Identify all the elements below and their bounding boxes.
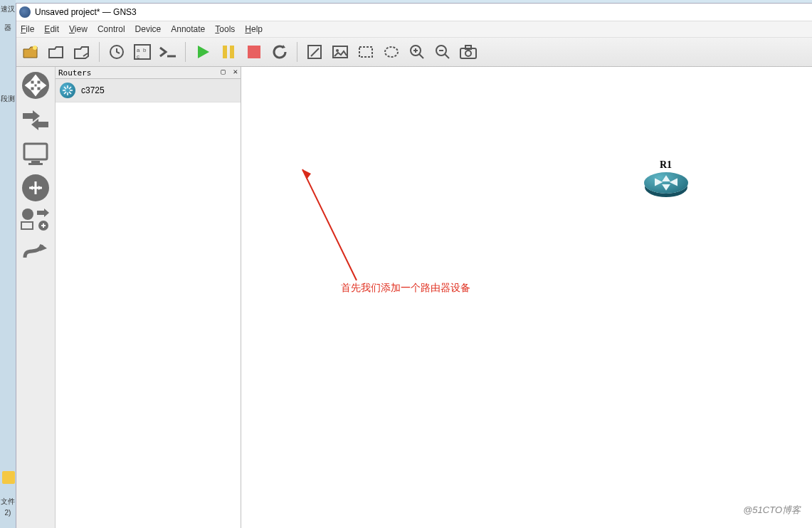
svg-rect-25 — [21, 222, 33, 229]
svg-text:b: b — [143, 47, 147, 53]
desktop-left-strip: 速汉 器 段测 文件 2) — [0, 0, 16, 528]
left-text: 器 — [0, 23, 16, 33]
device-item-label: c3725 — [81, 85, 105, 95]
svg-line-27 — [302, 169, 357, 280]
rect-button[interactable] — [356, 42, 376, 62]
svg-rect-8 — [248, 46, 260, 58]
image-button[interactable] — [330, 42, 350, 62]
svg-rect-22 — [28, 163, 43, 165]
device-list: c3725 — [56, 79, 241, 528]
router-icon — [60, 83, 75, 98]
panel-undock-button[interactable]: ▢ — [221, 67, 227, 76]
workspace-canvas[interactable]: R1 首先我们添加一个路由器设备 — [241, 67, 812, 528]
play-button[interactable] — [193, 42, 213, 62]
desktop-file-num: 2) — [0, 509, 16, 517]
add-link-dock-button[interactable] — [20, 235, 51, 266]
menu-bar: File Edit View Control Device Annotate T… — [16, 21, 812, 38]
menu-help[interactable]: Help — [245, 24, 263, 34]
window-title: Unsaved project* — GNS3 — [35, 7, 137, 17]
svg-rect-6 — [223, 46, 227, 58]
new-project-button[interactable] — [21, 42, 41, 62]
routers-panel: Routers ▢ ✕ c3725 — [56, 67, 241, 528]
device-dock — [16, 67, 56, 528]
all-devices-dock-button[interactable] — [20, 206, 51, 232]
panel-title: Routers — [58, 68, 91, 78]
toolbar: abc — [16, 38, 812, 67]
gns3-window: Unsaved project* — GNS3 File Edit View C… — [16, 3, 812, 528]
zoom-in-button[interactable] — [407, 42, 427, 62]
save-button[interactable] — [72, 42, 92, 62]
app-icon — [19, 6, 31, 18]
note-button[interactable] — [305, 42, 325, 62]
clock-button[interactable] — [107, 42, 127, 62]
svg-rect-21 — [31, 161, 40, 163]
left-text: 速汉 — [0, 4, 16, 14]
svg-text:a: a — [137, 47, 140, 53]
menu-file[interactable]: File — [21, 24, 34, 34]
end-devices-dock-button[interactable] — [20, 138, 51, 169]
router-r1-node[interactable] — [644, 172, 691, 199]
console-button[interactable] — [158, 42, 178, 62]
security-dock-button[interactable] — [20, 172, 51, 204]
ellipse-button[interactable] — [381, 42, 401, 62]
desktop-file-label: 文件 — [0, 497, 16, 507]
svg-point-24 — [22, 208, 33, 220]
panel-header[interactable]: Routers ▢ ✕ — [56, 67, 241, 79]
svg-marker-28 — [302, 169, 311, 179]
title-bar[interactable]: Unsaved project* — GNS3 — [16, 4, 812, 21]
open-button[interactable] — [46, 42, 66, 62]
svg-point-13 — [385, 47, 398, 57]
svg-point-0 — [33, 46, 37, 50]
pause-button[interactable] — [218, 42, 238, 62]
svg-rect-17 — [465, 46, 471, 49]
panel-close-button[interactable]: ✕ — [233, 67, 239, 76]
watermark: @51CTO博客 — [743, 504, 801, 517]
device-item-c3725[interactable]: c3725 — [56, 79, 241, 102]
desktop-folder-icon[interactable] — [2, 471, 15, 484]
router-r1-label: R1 — [660, 159, 672, 171]
abc-button[interactable]: abc — [132, 42, 152, 62]
menu-tools[interactable]: Tools — [215, 24, 235, 34]
reload-button[interactable] — [270, 42, 290, 62]
screenshot-button[interactable] — [458, 42, 478, 62]
svg-text:c: c — [137, 53, 139, 60]
menu-edit[interactable]: Edit — [44, 24, 59, 34]
menu-view[interactable]: View — [69, 24, 88, 34]
annotation-text: 首先我们添加一个路由器设备 — [341, 282, 470, 295]
svg-point-11 — [336, 49, 339, 52]
menu-control[interactable]: Control — [97, 24, 125, 34]
stop-button[interactable] — [244, 42, 264, 62]
left-text: 段测 — [0, 94, 16, 104]
svg-rect-20 — [24, 144, 47, 159]
switches-dock-button[interactable] — [20, 104, 51, 135]
menu-device[interactable]: Device — [135, 24, 162, 34]
svg-rect-12 — [359, 47, 372, 57]
routers-dock-button[interactable] — [20, 70, 51, 101]
menu-annotate[interactable]: Annotate — [171, 24, 205, 34]
svg-rect-7 — [230, 46, 234, 58]
zoom-out-button[interactable] — [433, 42, 453, 62]
svg-point-18 — [465, 51, 471, 56]
annotation-arrow — [292, 159, 371, 295]
